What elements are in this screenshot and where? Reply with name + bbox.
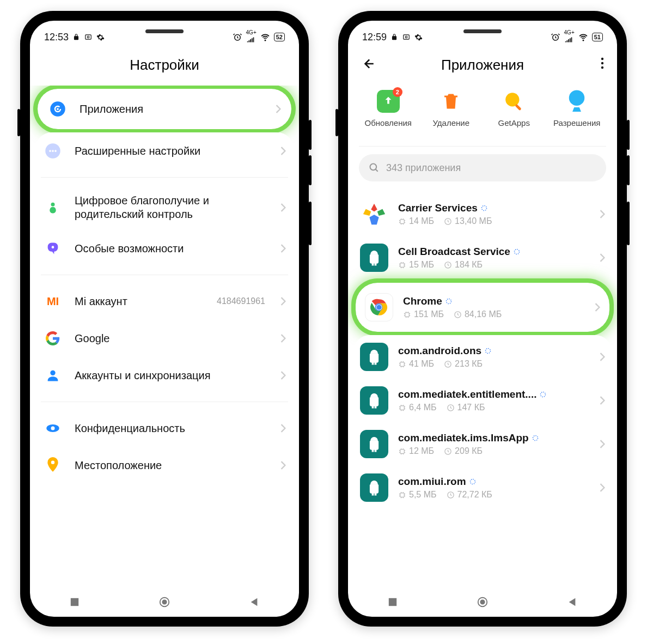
app-stats: 15 МБ184 КБ [398, 260, 590, 270]
search-input[interactable]: 343 приложения [359, 154, 606, 181]
divider [41, 402, 288, 402]
side-button [627, 202, 630, 245]
nav-recents[interactable] [68, 595, 82, 609]
svg-rect-29 [400, 219, 405, 223]
camera-icon [84, 33, 93, 41]
page-title: Приложения [441, 57, 524, 73]
settings-row-mi-account[interactable]: MI Mi аккаунт 4184691961 [35, 283, 294, 320]
status-bar: 12:53 4G+ 52 [30, 26, 299, 48]
svg-point-8 [54, 150, 57, 152]
app-row[interactable]: com.mediatek.entitlement.... 6,4 МБ147 К… [353, 379, 612, 422]
nav-home[interactable] [475, 595, 490, 609]
svg-point-1 [87, 36, 89, 38]
mi-logo-icon: MI [43, 291, 63, 311]
svg-rect-25 [515, 104, 521, 111]
settings-row-advanced[interactable]: Расширенные настройки [35, 132, 294, 169]
svg-point-7 [52, 150, 54, 152]
app-row[interactable]: com.android.ons 41 МБ213 КБ [353, 335, 612, 379]
row-label: Mi аккаунт [75, 295, 205, 308]
apps-icon [48, 99, 68, 119]
svg-point-49 [470, 479, 475, 484]
settings-row-wellbeing[interactable]: Цифровое благополучие и родительский кон… [35, 185, 294, 230]
app-stats: 14 МБ13,40 МБ [398, 216, 590, 226]
privacy-icon [43, 418, 63, 438]
row-label: Конфиденциальность [75, 422, 268, 435]
status-time: 12:53 [44, 32, 69, 43]
phone-frame-settings: 12:53 4G+ 52 Настройки Приложения [20, 11, 309, 627]
svg-point-4 [57, 108, 59, 110]
app-name: com.android.ons [398, 345, 590, 357]
highlight-chrome: Chrome 151 МБ84,16 МБ [356, 283, 609, 332]
svg-point-54 [480, 600, 484, 604]
app-row[interactable]: com.mediatek.ims.ImsApp 12 МБ209 КБ [353, 422, 612, 466]
chevron-right-icon [595, 303, 600, 312]
svg-point-13 [51, 427, 55, 430]
svg-point-11 [50, 370, 55, 375]
app-stats: 151 МБ84,16 МБ [403, 309, 585, 319]
svg-point-26 [569, 90, 585, 106]
side-button [627, 120, 630, 150]
svg-rect-47 [400, 449, 405, 453]
row-label: Местоположение [75, 459, 268, 472]
svg-rect-18 [404, 35, 410, 39]
phone-frame-apps: 12:59 4G+ 51 Приложения [338, 11, 627, 627]
camera-icon [402, 33, 411, 41]
svg-point-36 [376, 305, 381, 309]
svg-point-19 [405, 36, 407, 38]
settings-row-google[interactable]: Google [35, 320, 294, 357]
svg-point-27 [370, 164, 377, 171]
app-name: Cell Broadcast Service [398, 246, 590, 258]
svg-rect-0 [86, 35, 91, 39]
accessibility-icon [43, 239, 63, 258]
svg-rect-15 [71, 598, 78, 606]
action-uninstall[interactable]: Удаление [426, 90, 475, 127]
settings-row-privacy[interactable]: Конфиденциальность [35, 410, 294, 447]
chevron-right-icon [280, 147, 286, 155]
action-label: Обновления [365, 118, 412, 127]
chevron-right-icon [280, 244, 286, 253]
chevron-right-icon [600, 483, 605, 492]
svg-point-9 [51, 203, 55, 206]
settings-row-accessibility[interactable]: Особые возможности [35, 230, 294, 267]
svg-point-37 [446, 299, 451, 304]
app-row[interactable]: Chrome 151 МБ84,16 МБ [358, 285, 607, 329]
settings-row-location[interactable]: Местоположение [35, 447, 294, 484]
badge-count: 2 [393, 87, 402, 97]
battery-indicator: 52 [274, 33, 285, 41]
app-row[interactable]: Cell Broadcast Service 15 МБ184 КБ [353, 236, 612, 280]
svg-point-40 [486, 349, 491, 354]
row-label: Цифровое благополучие и родительский кон… [75, 194, 268, 221]
network-icon: 4G+ [246, 30, 257, 45]
side-button [17, 109, 20, 136]
more-button[interactable] [601, 57, 604, 70]
back-button[interactable] [361, 57, 375, 71]
google-icon [43, 329, 63, 348]
search-placeholder: 343 приложения [386, 162, 461, 174]
svg-point-43 [541, 392, 546, 397]
nav-back[interactable] [247, 595, 261, 609]
nav-home[interactable] [157, 595, 172, 609]
nav-recents[interactable] [386, 595, 400, 609]
svg-point-21 [601, 58, 603, 60]
side-button [309, 155, 312, 185]
chevron-right-icon [280, 461, 286, 470]
chevron-right-icon [276, 105, 281, 113]
settings-row-accounts-sync[interactable]: Аккаунты и синхронизация [35, 357, 294, 394]
svg-rect-52 [389, 598, 396, 606]
app-name: com.mediatek.entitlement.... [398, 388, 590, 400]
action-permissions[interactable]: Разрешения [552, 90, 601, 127]
settings-row-apps[interactable]: Приложения [40, 92, 289, 126]
chevron-right-icon [600, 440, 605, 448]
nav-back[interactable] [565, 595, 579, 609]
gear-icon [414, 33, 423, 41]
alarm-icon [551, 32, 560, 42]
app-stats: 12 МБ209 КБ [398, 446, 590, 456]
app-row[interactable]: Carrier Services 14 МБ13,40 МБ [353, 192, 612, 236]
side-button [335, 109, 338, 136]
action-getapps[interactable]: GetApps [490, 90, 539, 127]
action-updates[interactable]: 2 Обновления [364, 90, 413, 127]
app-row[interactable]: com.miui.rom 5,5 МБ72,72 КБ [353, 466, 612, 509]
chevron-right-icon [280, 371, 286, 380]
accounts-icon [43, 366, 63, 385]
lock-icon [72, 33, 80, 41]
